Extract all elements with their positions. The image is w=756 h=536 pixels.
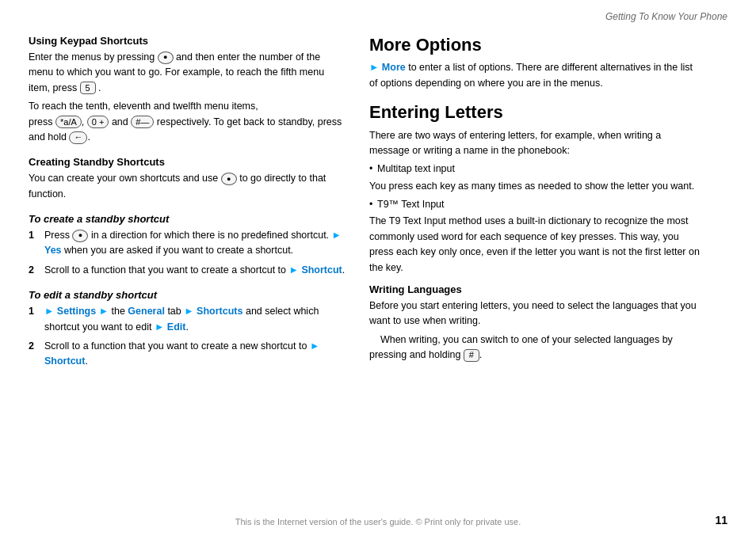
- page-header: Getting To Know Your Phone: [0, 0, 756, 27]
- section-create-shortcut-title: To create a standby shortcut: [29, 213, 346, 225]
- more-options-text: ► More to enter a list of options. There…: [369, 60, 702, 91]
- list-item: 1 ► Settings ► the General tab ► Shortcu…: [29, 304, 346, 335]
- key-hash: #—: [131, 116, 154, 128]
- key-center-2: ●: [221, 173, 237, 185]
- key-back: ←: [69, 131, 87, 144]
- writing-languages-text1: Before you start entering letters, you n…: [369, 298, 702, 329]
- edit-shortcut-list: 1 ► Settings ► the General tab ► Shortcu…: [29, 304, 346, 370]
- section-keypad-text2: To reach the tenth, eleventh and twelfth…: [29, 99, 346, 145]
- section-edit-shortcut-title: To edit a standby shortcut: [29, 289, 346, 301]
- page-number: 11: [715, 514, 727, 526]
- key-star: *a/A: [55, 116, 82, 128]
- bullet-multitap: Multitap text input: [369, 162, 702, 177]
- entering-letters-bullets2: T9™ Text Input: [369, 197, 702, 212]
- page: Getting To Know Your Phone Using Keypad …: [0, 0, 756, 536]
- section-creating-title: Creating Standby Shortcuts: [29, 156, 346, 168]
- key-hash-lang: #: [464, 349, 479, 362]
- multitap-text: You press each key as many times as need…: [369, 179, 702, 194]
- key-0plus: 0 +: [87, 116, 109, 128]
- entering-letters-bullets: Multitap text input: [369, 162, 702, 177]
- list-item: 1 Press ● in a direction for which there…: [29, 228, 346, 259]
- key-center-3: ●: [72, 230, 88, 242]
- writing-languages-title: Writing Languages: [369, 283, 702, 295]
- entering-letters-intro: There are two ways of entering letters, …: [369, 128, 702, 159]
- writing-languages-text2: When writing, you can switch to one of y…: [369, 333, 702, 363]
- t9-text: The T9 Text Input method uses a built-in…: [369, 214, 702, 276]
- footer-text: This is the Internet version of the user…: [0, 517, 756, 526]
- header-title: Getting To Know Your Phone: [605, 11, 727, 22]
- entering-letters-title: Entering Letters: [369, 102, 702, 123]
- right-column: More Options ► More to enter a list of o…: [369, 35, 702, 374]
- list-item: 2 Scroll to a function that you want to …: [29, 339, 346, 370]
- key-center: ●: [158, 51, 174, 64]
- list-item: 2 Scroll to a function that you want to …: [29, 263, 346, 278]
- section-keypad-title: Using Keypad Shortcuts: [29, 35, 346, 47]
- content-area: Using Keypad Shortcuts Enter the menus b…: [0, 27, 756, 374]
- more-options-title: More Options: [369, 35, 702, 55]
- section-keypad-text1: Enter the menus by pressing ● and then e…: [29, 50, 346, 96]
- section-creating-text: You can create your own shortcuts and us…: [29, 171, 346, 202]
- bullet-t9: T9™ Text Input: [369, 197, 702, 212]
- create-shortcut-list: 1 Press ● in a direction for which there…: [29, 228, 346, 278]
- key-5: 5: [80, 82, 96, 94]
- left-column: Using Keypad Shortcuts Enter the menus b…: [29, 35, 346, 374]
